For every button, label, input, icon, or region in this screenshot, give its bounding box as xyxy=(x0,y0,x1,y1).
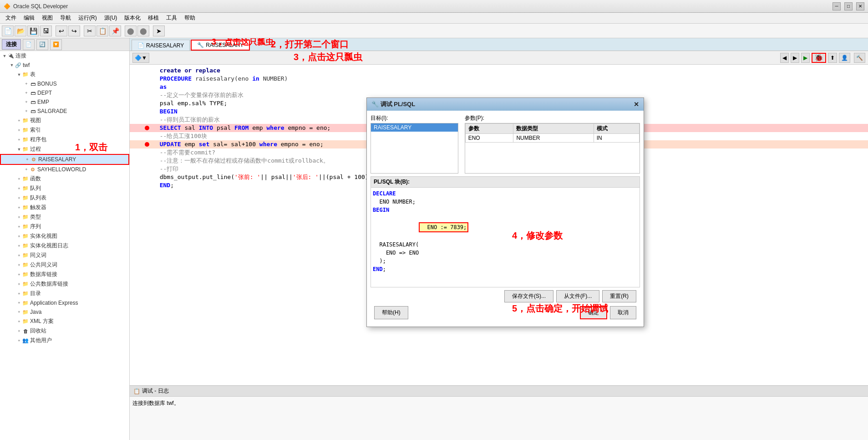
tree-sequence-folder[interactable]: + 📁 序列 xyxy=(0,222,129,231)
plsql-eno-assign[interactable]: ENO := 7839; xyxy=(373,214,638,240)
tree-matviewlog-folder[interactable]: + 📁 实体化视图日志 xyxy=(0,241,129,251)
deploy-btn[interactable]: ⬆ xyxy=(828,53,837,63)
tree-connections-root[interactable]: ▼ 🔌 连接 xyxy=(0,51,129,61)
tree-procedure-folder[interactable]: ▼ 📁 过程 xyxy=(0,144,129,154)
tree-recycle-folder[interactable]: + 🗑 回收站 xyxy=(0,326,129,336)
tree-trigger-folder[interactable]: + 📁 触发器 xyxy=(0,203,129,212)
deploy-button[interactable]: ➤ xyxy=(153,26,165,36)
ok-button[interactable]: 确定 xyxy=(580,306,607,319)
tree-table-folder[interactable]: ▼ 📁 表 xyxy=(0,70,129,79)
ok-cancel-group: 确定 取消 xyxy=(580,306,636,319)
tree-java-folder[interactable]: + 📁 Java xyxy=(0,307,129,317)
table-folder-icon: 📁 xyxy=(22,71,29,78)
tree-otherusers-folder[interactable]: + 👥 其他用户 xyxy=(0,336,129,345)
tree-emp[interactable]: + 🗃 EMP xyxy=(0,97,129,107)
add-connection-button[interactable]: 📄 xyxy=(23,39,35,50)
tree-dblink-folder[interactable]: + 📁 数据库链接 xyxy=(0,270,129,279)
tree-queue-folder[interactable]: + 📁 队列 xyxy=(0,184,129,193)
run-btn[interactable]: ▶ xyxy=(801,53,810,63)
debug-bug-button[interactable]: 🐞 xyxy=(812,53,826,63)
menu-edit[interactable]: 编辑 xyxy=(20,13,38,23)
back-button[interactable]: ◀ xyxy=(780,53,789,63)
minimize-button[interactable]: ─ xyxy=(832,2,841,10)
debug-log-tab[interactable]: 📋 调试 - 日志 xyxy=(133,387,169,395)
tree-synonym-folder[interactable]: + 📁 同义词 xyxy=(0,251,129,260)
tree-bonus[interactable]: + 🗃 BONUS xyxy=(0,79,129,88)
expand-salgrade-icon: + xyxy=(24,108,29,114)
tree-queuetable-folder[interactable]: + 📁 队列表 xyxy=(0,193,129,203)
tree-raisesalary[interactable]: + ⚙ RAISESALARY xyxy=(0,154,129,165)
redo-button[interactable]: ↪ xyxy=(68,26,80,36)
code-line-1: create or replace xyxy=(130,67,868,75)
tree-type-folder[interactable]: + 📁 类型 xyxy=(0,212,129,222)
tree-index-folder[interactable]: + 📁 索引 xyxy=(0,125,129,135)
otherusers-folder-icon: 👥 xyxy=(22,337,29,344)
tree-twf[interactable]: ▼ 🔗 twf xyxy=(0,61,129,70)
menu-source[interactable]: 源(U) xyxy=(101,13,121,23)
paste-button[interactable]: 📌 xyxy=(109,26,121,36)
tree-salgrade[interactable]: + 🗃 SALGRADE xyxy=(0,107,129,116)
menu-run[interactable]: 运行(R) xyxy=(75,13,101,23)
procedure-folder-icon: 📁 xyxy=(22,146,29,153)
maximize-button[interactable]: □ xyxy=(844,2,853,10)
undo-button[interactable]: ↩ xyxy=(56,26,67,36)
menu-tools[interactable]: 工具 xyxy=(162,13,181,23)
tree-pubsynonym-folder[interactable]: + 📁 公共同义词 xyxy=(0,260,129,270)
save-file-button[interactable]: 保存文件(S)... xyxy=(504,290,553,302)
tab1-label: RAISESALARY xyxy=(146,42,184,49)
copy-button[interactable]: 📋 xyxy=(96,26,108,36)
refresh-button[interactable]: 🔄 xyxy=(36,39,48,50)
run-script-button[interactable]: ⬤ xyxy=(137,26,149,36)
filter-button[interactable]: 🔽 xyxy=(50,39,62,50)
tree-label-synonyms: 同义词 xyxy=(30,251,46,259)
menu-navigate[interactable]: 导航 xyxy=(56,13,75,23)
target-list[interactable]: RAISESALARY xyxy=(371,123,458,174)
plsql-begin: BEGIN xyxy=(373,206,638,214)
expand-queue-icon: + xyxy=(16,186,22,191)
tab-raisesalary-2[interactable]: 🔧 RAISESALARY xyxy=(191,40,250,51)
dialog-title-bar: 🔧 调试 PL/SQL ✕ xyxy=(367,98,644,111)
plsql-editor[interactable]: DECLARE ENO NUMBER; BEGIN ENO := 7839; R… xyxy=(371,187,640,287)
load-file-button[interactable]: 从文件(F)... xyxy=(556,290,599,302)
target-selected-item[interactable]: RAISESALARY xyxy=(371,123,458,132)
dialog-close-button[interactable]: ✕ xyxy=(634,101,639,108)
forward-button[interactable]: ▶ xyxy=(791,53,799,63)
compile-btn[interactable]: 🔨 xyxy=(854,53,865,63)
tree-sayhelloworld[interactable]: + ⚙ SAYHELLOWORLD xyxy=(0,165,129,174)
window-controls[interactable]: ─ □ ✕ xyxy=(832,2,864,10)
open-button[interactable]: 📂 xyxy=(15,26,26,36)
db-dropdown-button[interactable]: 🔷▼ xyxy=(132,53,149,63)
person-btn[interactable]: 👤 xyxy=(839,53,850,63)
expand-dblink-icon: + xyxy=(16,272,22,277)
cut-button[interactable]: ✂ xyxy=(84,26,96,36)
run-button[interactable]: ⬤ xyxy=(125,26,137,36)
tree-package-folder[interactable]: + 📁 程序包 xyxy=(0,135,129,144)
tree-appexpress-folder[interactable]: + 📁 Application Express xyxy=(0,298,129,307)
tree-directory-folder[interactable]: + 📁 目录 xyxy=(0,289,129,298)
param-table-container: 参数 数据类型 模式 ENO NUMBER IN xyxy=(465,123,640,174)
tree-function-folder[interactable]: + 📁 函数 xyxy=(0,174,129,184)
tree-label-views: 视图 xyxy=(30,117,41,124)
tab-raisesalary-1[interactable]: 📄 RAISESALARY xyxy=(132,40,190,51)
param-name: ENO xyxy=(465,134,513,143)
tree-dept[interactable]: + 🗃 DEPT xyxy=(0,88,129,97)
cancel-button[interactable]: 取消 xyxy=(610,306,636,319)
tree-label-emp: EMP xyxy=(37,99,49,105)
save-button[interactable]: 💾 xyxy=(27,26,39,36)
menu-file[interactable]: 文件 xyxy=(2,13,20,23)
menu-versioning[interactable]: 版本化 xyxy=(121,13,144,23)
menu-migrate[interactable]: 移植 xyxy=(144,13,162,23)
close-button[interactable]: ✕ xyxy=(856,2,864,10)
save-all-button[interactable]: 🖫 xyxy=(40,26,52,36)
tree-view-folder[interactable]: + 📁 视图 xyxy=(0,116,129,125)
menu-help[interactable]: 帮助 xyxy=(181,13,199,23)
tree-matview-folder[interactable]: + 📁 实体化视图 xyxy=(0,231,129,241)
menu-view[interactable]: 视图 xyxy=(38,13,56,23)
tree-pubdblink-folder[interactable]: + 📁 公共数据库链接 xyxy=(0,279,129,289)
new-button[interactable]: 📄 xyxy=(2,26,14,36)
expand-dept-icon: + xyxy=(24,90,29,96)
reset-button[interactable]: 重置(R) xyxy=(602,290,636,302)
help-button[interactable]: 帮助(H) xyxy=(374,306,408,319)
tree-xml-folder[interactable]: + 📁 XML 方案 xyxy=(0,317,129,326)
function-folder-icon: 📁 xyxy=(22,175,29,183)
